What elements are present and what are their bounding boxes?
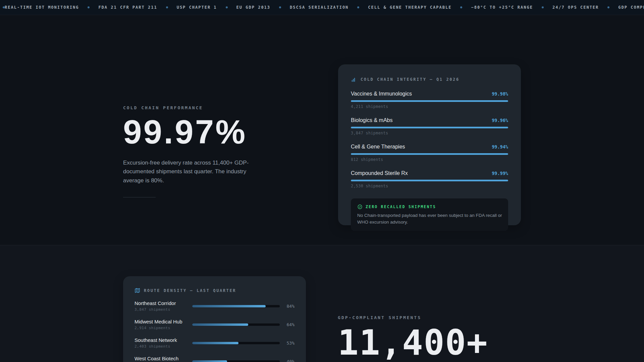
divider	[123, 197, 156, 197]
route-label: Midwest Medical Hub	[135, 319, 192, 324]
ticker-item-label: 24/7 OPS CENTER	[552, 5, 599, 10]
map-icon	[135, 288, 140, 293]
performance-stat-block: COLD CHAIN PERFORMANCE 99.97% Excursion-…	[123, 105, 281, 197]
route-label: Southeast Network	[135, 337, 192, 343]
route-card-title: ROUTE DENSITY — LAST QUARTER	[144, 288, 236, 293]
shield-check-icon	[357, 204, 363, 209]
metric-label: Cell & Gene Therapies	[351, 144, 405, 150]
ticker-item: 24/7 OPS CENTER	[552, 5, 618, 10]
metric-progress-fill	[351, 180, 508, 181]
route-label: Northeast Corridor	[135, 300, 192, 306]
performance-value: 99.97%	[123, 115, 281, 148]
compliance-ticker-bar: REAL-TIME IOT MONITORING FDA 21 CFR PART…	[0, 0, 644, 15]
ticker-separator-dot	[88, 6, 90, 8]
metric-progress-bar	[351, 127, 508, 128]
stats-section: ROUTE DENSITY — LAST QUARTER Northeast C…	[0, 245, 644, 362]
ticker-item-label: DSCSA SERIALIZATION	[290, 5, 348, 10]
ticker-item-label: FDA 21 CFR PART 211	[98, 5, 157, 10]
metric-value: 99.99%	[492, 171, 508, 176]
ticker-separator-dot	[357, 6, 359, 8]
metric-row: Biologics & mAbs 99.96% 3,847 shipments	[351, 117, 508, 135]
ticker-item: GDP COMPLIANT	[618, 5, 644, 10]
route-row: Midwest Medical Hub 2,914 shipments 64%	[135, 319, 294, 330]
route-percent: 64%	[280, 322, 294, 327]
ticker-item: USP CHAPTER 1	[177, 5, 236, 10]
route-shipments: 3,847 shipments	[135, 307, 192, 312]
ticker-separator-dot	[460, 6, 462, 8]
metric-shipments: 2,530 shipments	[351, 184, 508, 188]
metric-progress-fill	[351, 153, 508, 155]
metric-label: Vaccines & Immunologics	[351, 91, 412, 97]
ticker-item-label: −80°C TO +25°C RANGE	[471, 5, 533, 10]
ticker-item: FDA 21 CFR PART 211	[98, 5, 176, 10]
metric-row: Compounded Sterile Rx 99.99% 2,530 shipm…	[351, 170, 508, 188]
integrity-card-header: COLD CHAIN INTEGRITY — Q1 2026	[351, 76, 508, 82]
route-shipments: 2,403 shipments	[135, 344, 192, 349]
route-progress-fill	[192, 323, 248, 326]
metric-label: Biologics & mAbs	[351, 117, 393, 123]
route-percent: 84%	[280, 304, 294, 309]
performance-eyebrow: COLD CHAIN PERFORMANCE	[123, 105, 281, 110]
ticker-item-label: GDP COMPLIANT	[618, 5, 644, 10]
ticker-item-label: EU GDP 2013	[236, 5, 270, 10]
ticker-separator-dot	[542, 6, 544, 8]
cold-chain-integrity-card: COLD CHAIN INTEGRITY — Q1 2026 Vaccines …	[338, 64, 521, 225]
integrity-card-title: COLD CHAIN INTEGRITY — Q1 2026	[361, 77, 460, 82]
route-density-card: ROUTE DENSITY — LAST QUARTER Northeast C…	[123, 276, 306, 362]
zero-recalls-title: ZERO RECALLED SHIPMENTS	[366, 204, 436, 209]
hero-section: COLD CHAIN PERFORMANCE 99.97% Excursion-…	[0, 15, 644, 245]
route-label: West Coast Biotech	[135, 356, 192, 361]
ticker-item-label: CELL & GENE THERAPY CAPABLE	[368, 5, 451, 10]
route-card-header: ROUTE DENSITY — LAST QUARTER	[135, 288, 294, 293]
metric-row: Cell & Gene Therapies 99.94% 812 shipmen…	[351, 144, 508, 162]
metric-value: 99.94%	[492, 144, 508, 149]
route-progress-bar	[192, 360, 280, 362]
metric-progress-bar	[351, 180, 508, 181]
ticker-item: REAL-TIME IOT MONITORING	[5, 5, 98, 10]
route-progress-bar	[192, 305, 280, 307]
ticker-item: EU GDP 2013	[236, 5, 290, 10]
zero-recalls-note: ZERO RECALLED SHIPMENTS No Chain-transpo…	[351, 198, 508, 231]
route-row: Southeast Network 2,403 shipments 53%	[135, 337, 294, 349]
route-progress-bar	[192, 323, 280, 326]
route-row: West Coast Biotech 1,841 shipments 40%	[135, 356, 294, 362]
route-shipments: 2,914 shipments	[135, 326, 192, 330]
ticker-separator-dot	[166, 6, 168, 8]
gdp-shipments-value: 11,400+	[338, 325, 488, 360]
ticker-item-label: USP CHAPTER 1	[177, 5, 217, 10]
route-row: Northeast Corridor 3,847 shipments 84%	[135, 300, 294, 312]
route-progress-fill	[192, 360, 227, 362]
metric-progress-bar	[351, 100, 508, 102]
ticker-separator-dot	[279, 6, 281, 8]
metric-label: Compounded Sterile Rx	[351, 170, 408, 176]
route-progress-fill	[192, 342, 238, 344]
metric-progress-fill	[351, 127, 508, 128]
route-percent: 53%	[280, 341, 294, 346]
ticker-separator-dot	[607, 6, 609, 8]
bar-chart-icon	[351, 76, 357, 82]
route-progress-bar	[192, 342, 280, 344]
ticker-separator-dot	[226, 6, 228, 8]
gdp-shipments-stat-block: GDP-COMPLIANT SHIPMENTS 11,400+	[338, 315, 488, 360]
ticker-item-label: REAL-TIME IOT MONITORING	[5, 5, 79, 10]
route-progress-fill	[192, 305, 266, 307]
metric-value: 99.96%	[492, 118, 508, 123]
metric-progress-bar	[351, 153, 508, 155]
metric-shipments: 3,847 shipments	[351, 131, 508, 135]
metric-shipments: 812 shipments	[351, 157, 508, 162]
zero-recalls-body: No Chain-transported payload has ever be…	[357, 212, 505, 225]
route-percent: 40%	[280, 359, 294, 362]
ticker-item: CELL & GENE THERAPY CAPABLE	[368, 5, 471, 10]
metric-row: Vaccines & Immunologics 99.98% 4,211 shi…	[351, 91, 508, 109]
metric-value: 99.98%	[492, 91, 508, 97]
gdp-shipments-eyebrow: GDP-COMPLIANT SHIPMENTS	[338, 315, 488, 320]
ticker-item: −80°C TO +25°C RANGE	[471, 5, 552, 10]
metric-progress-fill	[351, 100, 508, 102]
ticker-item: DSCSA SERIALIZATION	[290, 5, 368, 10]
performance-description: Excursion-free delivery rate across 11,4…	[123, 159, 251, 185]
metric-shipments: 4,211 shipments	[351, 104, 508, 109]
